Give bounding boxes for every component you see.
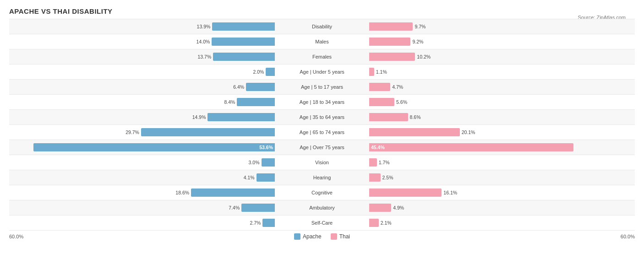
apache-value: 14.0%	[196, 39, 210, 44]
right-bar-container: 10.2%	[369, 49, 635, 64]
left-bar-container: 7.4%	[9, 200, 275, 215]
left-bar-container: 14.9%	[9, 110, 275, 124]
right-bar-container: 1.1%	[369, 65, 635, 79]
row-label: Age | 65 to 74 years	[275, 129, 369, 135]
right-bar-container: 4.7%	[369, 80, 635, 94]
table-row: 2.0%Age | Under 5 years1.1%	[9, 65, 635, 80]
row-label: Self-Care	[275, 220, 369, 226]
apache-value: 2.0%	[253, 69, 264, 75]
table-row: 2.7%Self-Care2.1%	[9, 215, 635, 231]
left-bar-container: 2.7%	[9, 215, 275, 230]
table-row: 14.9%Age | 35 to 64 years8.6%	[9, 110, 635, 125]
table-row: 7.4%Ambulatory4.9%	[9, 200, 635, 215]
table-row: 13.7%Females10.2%	[9, 49, 635, 65]
apache-value: 7.4%	[229, 205, 240, 210]
right-bar-container: 16.1%	[369, 185, 635, 200]
thai-value: 2.1%	[381, 220, 392, 226]
table-row: 4.1%Hearing2.5%	[9, 170, 635, 185]
right-bar-container: 8.6%	[369, 110, 635, 124]
right-bar-container: 9.7%	[369, 19, 635, 34]
apache-legend-label: Apache	[303, 233, 322, 240]
legend-apache: Apache	[294, 233, 322, 240]
left-bar-container: 18.6%	[9, 185, 275, 200]
table-row: 8.4%Age | 18 to 34 years5.6%	[9, 95, 635, 110]
thai-value: 9.2%	[412, 39, 423, 44]
apache-value: 14.9%	[192, 114, 206, 120]
left-bar-container: 13.9%	[9, 19, 275, 34]
right-bar-container: 9.2%	[369, 34, 635, 49]
row-label: Age | 18 to 34 years	[275, 99, 369, 105]
row-label: Males	[275, 39, 369, 44]
chart-rows: 13.9%Disability9.7%14.0%Males9.2%13.7%Fe…	[9, 19, 635, 231]
chart-title: APACHE VS THAI DISABILITY	[9, 7, 635, 15]
apache-value: 29.7%	[126, 129, 139, 135]
chart-area: 13.9%Disability9.7%14.0%Males9.2%13.7%Fe…	[9, 19, 635, 231]
chart-legend: Apache Thai	[294, 233, 350, 240]
row-label: Age | Under 5 years	[275, 69, 369, 75]
apache-value: 2.7%	[250, 220, 261, 226]
thai-value: 4.7%	[392, 84, 403, 90]
thai-value: 8.6%	[410, 114, 421, 120]
right-bar-container: 1.7%	[369, 155, 635, 170]
right-bar-container: 5.6%	[369, 95, 635, 109]
apache-value: 53.6%	[259, 145, 273, 150]
thai-value: 10.2%	[417, 54, 431, 59]
table-row: 18.6%Cognitive16.1%	[9, 185, 635, 200]
row-label: Vision	[275, 160, 369, 165]
row-label: Ambulatory	[275, 205, 369, 210]
row-label: Cognitive	[275, 190, 369, 195]
footer-right-label: 60.0%	[598, 234, 635, 239]
apache-value: 18.6%	[175, 190, 189, 195]
thai-value: 20.1%	[462, 129, 475, 135]
table-row: 29.7%Age | 65 to 74 years20.1%	[9, 125, 635, 140]
row-label: Hearing	[275, 175, 369, 180]
apache-value: 6.4%	[233, 84, 244, 90]
footer-left-label: 60.0%	[9, 234, 46, 239]
row-label: Females	[275, 54, 369, 59]
apache-value: 3.0%	[249, 160, 260, 165]
thai-legend-box	[331, 233, 337, 240]
thai-value: 16.1%	[443, 190, 457, 195]
apache-value: 8.4%	[224, 99, 235, 105]
right-bar-container: 20.1%	[369, 125, 635, 140]
table-row: 3.0%Vision1.7%	[9, 155, 635, 170]
chart-footer: 60.0% Apache Thai 60.0%	[9, 233, 635, 240]
table-row: 14.0%Males9.2%	[9, 34, 635, 49]
table-row: 53.6%Age | Over 75 years45.4%	[9, 140, 635, 155]
left-bar-container: 13.7%	[9, 49, 275, 64]
left-bar-container: 6.4%	[9, 80, 275, 94]
left-bar-container: 53.6%	[9, 140, 275, 155]
row-label: Disability	[275, 24, 369, 29]
thai-value: 9.7%	[415, 24, 426, 29]
thai-value: 4.9%	[393, 205, 404, 210]
left-bar-container: 4.1%	[9, 170, 275, 185]
row-label: Age | Over 75 years	[275, 145, 369, 150]
left-bar-container: 29.7%	[9, 125, 275, 140]
apache-value: 4.1%	[244, 175, 255, 180]
left-bar-container: 8.4%	[9, 95, 275, 109]
right-bar-container: 4.9%	[369, 200, 635, 215]
thai-value: 1.7%	[379, 160, 390, 165]
thai-value: 45.4%	[371, 145, 385, 150]
right-bar-container: 45.4%	[369, 140, 635, 155]
table-row: 6.4%Age | 5 to 17 years4.7%	[9, 80, 635, 95]
thai-value: 2.5%	[382, 175, 393, 180]
apache-legend-box	[294, 233, 300, 240]
right-bar-container: 2.5%	[369, 170, 635, 185]
legend-thai: Thai	[331, 233, 350, 240]
left-bar-container: 14.0%	[9, 34, 275, 49]
left-bar-container: 3.0%	[9, 155, 275, 170]
thai-legend-label: Thai	[339, 233, 350, 240]
row-label: Age | 5 to 17 years	[275, 84, 369, 90]
right-bar-container: 2.1%	[369, 215, 635, 230]
thai-value: 5.6%	[396, 99, 407, 105]
left-bar-container: 2.0%	[9, 65, 275, 79]
apache-value: 13.9%	[197, 24, 211, 29]
apache-value: 13.7%	[198, 54, 212, 59]
table-row: 13.9%Disability9.7%	[9, 19, 635, 34]
thai-value: 1.1%	[376, 69, 387, 75]
row-label: Age | 35 to 64 years	[275, 114, 369, 120]
